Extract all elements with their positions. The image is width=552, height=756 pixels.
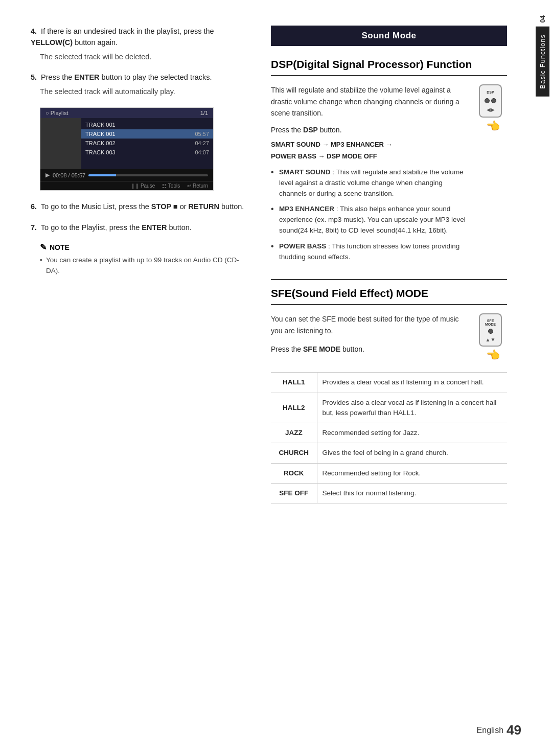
playlist-body: TRACK 001 TRACK 001 05:57 TRACK 002 04:2… xyxy=(40,118,213,169)
note-title: ✎ NOTE xyxy=(40,242,250,252)
dsp-remote-area: This will regulate and stabilize the vol… xyxy=(271,84,507,268)
note-section: ✎ NOTE You can create a playlist with up… xyxy=(40,242,250,276)
side-tab: 04 Basic Functions xyxy=(533,0,552,756)
track-2-name: TRACK 002 xyxy=(85,140,116,146)
sfe-desc-hall2: Provides also a clear vocal as if listen… xyxy=(317,393,507,423)
dsp-remote-label: DSP xyxy=(487,90,494,94)
right-column: Sound Mode DSP(Digital Signal Processor)… xyxy=(271,26,507,725)
track-3-time: 04:07 xyxy=(195,149,209,155)
playlist-page: 1/1 xyxy=(200,110,208,116)
dsp-bullet-2: MP3 ENHANCER : This also helps enhance y… xyxy=(271,204,469,236)
progress-time: 00:08 / 05:57 xyxy=(53,172,85,178)
step-6: 6. To go to the Music List, press the ST… xyxy=(31,201,250,212)
playlist-controls: ❙❙ Pause ☷ Tools ↩ Return xyxy=(40,181,213,190)
track-3-name: TRACK 003 xyxy=(85,149,116,155)
step-6-number: 6. xyxy=(31,202,37,211)
sfe-table: HALL1 Provides a clear vocal as if liste… xyxy=(271,372,507,503)
playlist-progress: ▶ 00:08 / 05:57 xyxy=(40,169,213,181)
dsp-title: DSP(Digital Signal Processor) Function xyxy=(271,57,507,76)
note-item-1: You can create a playlist with up to 99 … xyxy=(40,255,250,276)
sfe-remote-btn-1 xyxy=(488,329,493,334)
track-1-name: TRACK 001 xyxy=(85,131,116,137)
sfe-remote-area: You can set the SFE mode best suited for… xyxy=(271,313,507,362)
dsp-section: DSP(Digital Signal Processor) Function T… xyxy=(271,57,507,268)
dsp-hand-icon: 👈 xyxy=(479,120,507,133)
playlist-art xyxy=(40,118,81,169)
sfe-mode-jazz: JAZZ xyxy=(271,423,317,443)
return-control: ↩ Return xyxy=(187,183,208,189)
sfe-mode-hall1: HALL1 xyxy=(271,373,317,393)
press-dsp: Press the DSP button. xyxy=(271,126,469,134)
page-container: 04 Basic Functions 4. If there is an und… xyxy=(0,0,552,756)
progress-bar-container xyxy=(88,174,208,176)
sfe-desc-church: Gives the feel of being in a grand churc… xyxy=(317,443,507,463)
tools-control: ☷ Tools xyxy=(162,183,180,189)
sfe-row-hall2: HALL2 Provides also a clear vocal as if … xyxy=(271,393,507,423)
sfe-row-hall1: HALL1 Provides a clear vocal as if liste… xyxy=(271,373,507,393)
dsp-body: This will regulate and stabilize the vol… xyxy=(271,84,469,119)
dsp-remote-btn-2 xyxy=(491,98,496,103)
pause-control: ❙❙ Pause xyxy=(131,183,155,189)
sfe-remote-label: SFE MODE xyxy=(482,319,499,326)
sfe-mode-church: CHURCH xyxy=(271,443,317,463)
dsp-bullet-3: POWER BASS : This function stresses low … xyxy=(271,241,469,263)
dsp-remote-arrows: ◀▶ xyxy=(487,107,495,112)
track-2-time: 04:27 xyxy=(195,140,209,146)
progress-bar-fill xyxy=(88,174,116,176)
language-label: English xyxy=(477,726,503,735)
dsp-remote-img: DSP ◀▶ xyxy=(479,84,502,118)
sfe-row-off: SFE OFF Select this for normal listening… xyxy=(271,483,507,503)
sfe-remote-img: SFE MODE ▲▼ xyxy=(479,313,502,347)
track-row-3: TRACK 003 04:07 xyxy=(81,148,213,157)
playlist-label: ○ Playlist xyxy=(45,110,68,116)
page-footer: English 49 xyxy=(477,722,521,738)
step-4-number: 4. xyxy=(31,27,37,35)
track-row-2: TRACK 002 04:27 xyxy=(81,139,213,148)
dsp-remote-icon: DSP ◀▶ 👈 xyxy=(479,84,507,133)
sfe-section: SFE(Sound Field Effect) MODE You can set… xyxy=(271,286,507,503)
dsp-bullet-1: SMART SOUND : This will regulate and sta… xyxy=(271,167,469,199)
step-5-sub: The selected track will automatically pl… xyxy=(31,86,250,97)
sfe-body: You can set the SFE mode best suited for… xyxy=(271,313,471,336)
sfe-remote-btn-group xyxy=(488,329,493,334)
step-4: 4. If there is an undesired track in the… xyxy=(31,26,250,62)
sfe-content-text: You can set the SFE mode best suited for… xyxy=(271,313,471,360)
sfe-mode-rock: ROCK xyxy=(271,463,317,483)
step-7: 7. To go to the Playlist, press the ENTE… xyxy=(31,222,250,233)
playlist-screen: ○ Playlist 1/1 TRACK 001 TRACK 001 05:57 xyxy=(40,107,214,191)
step-7-number: 7. xyxy=(31,223,37,232)
step-5-number: 5. xyxy=(31,73,37,81)
chapter-label: Basic Functions xyxy=(536,27,549,97)
dsp-bullet-list: SMART SOUND : This will regulate and sta… xyxy=(271,167,469,263)
dsp-remote-btn-1 xyxy=(485,98,490,103)
play-icon: ▶ xyxy=(45,172,50,178)
playlist-header: ○ Playlist 1/1 xyxy=(40,108,213,118)
main-content: 4. If there is an undesired track in the… xyxy=(0,0,533,756)
press-sfe: Press the SFE MODE button. xyxy=(271,343,471,355)
sfe-row-church: CHURCH Gives the feel of being in a gran… xyxy=(271,443,507,463)
note-label: NOTE xyxy=(50,243,70,251)
sfe-title: SFE(Sound Field Effect) MODE xyxy=(271,286,507,305)
dsp-remote-btn-group xyxy=(485,98,496,103)
sound-mode-header: Sound Mode xyxy=(271,26,507,46)
sfe-desc-hall1: Provides a clear vocal as if listening i… xyxy=(317,373,507,393)
section-divider xyxy=(271,279,507,280)
dsp-flow: SMART SOUND → MP3 ENHANCER → POWER BASS … xyxy=(271,139,469,162)
dsp-content: This will regulate and stabilize the vol… xyxy=(271,84,469,268)
sfe-row-jazz: JAZZ Recommended setting for Jazz. xyxy=(271,423,507,443)
sfe-remote-icon: SFE MODE ▲▼ 👈 xyxy=(479,313,507,362)
pencil-icon: ✎ xyxy=(40,242,47,252)
chapter-number: 04 xyxy=(539,15,546,22)
sfe-desc-off: Select this for normal listening. xyxy=(317,483,507,503)
sfe-remote-arrows: ▲▼ xyxy=(486,337,496,342)
page-number: 49 xyxy=(507,722,521,738)
track-label-text: TRACK 001 xyxy=(85,122,116,128)
track-label-row: TRACK 001 xyxy=(81,120,213,129)
track-1-time: 05:57 xyxy=(195,131,209,137)
step-4-sub: The selected track will be deleted. xyxy=(31,51,250,62)
sfe-mode-off: SFE OFF xyxy=(271,483,317,503)
step-5: 5. Press the ENTER button to play the se… xyxy=(31,72,250,97)
sfe-desc-jazz: Recommended setting for Jazz. xyxy=(317,423,507,443)
sfe-row-rock: ROCK Recommended setting for Rock. xyxy=(271,463,507,483)
sfe-desc-rock: Recommended setting for Rock. xyxy=(317,463,507,483)
